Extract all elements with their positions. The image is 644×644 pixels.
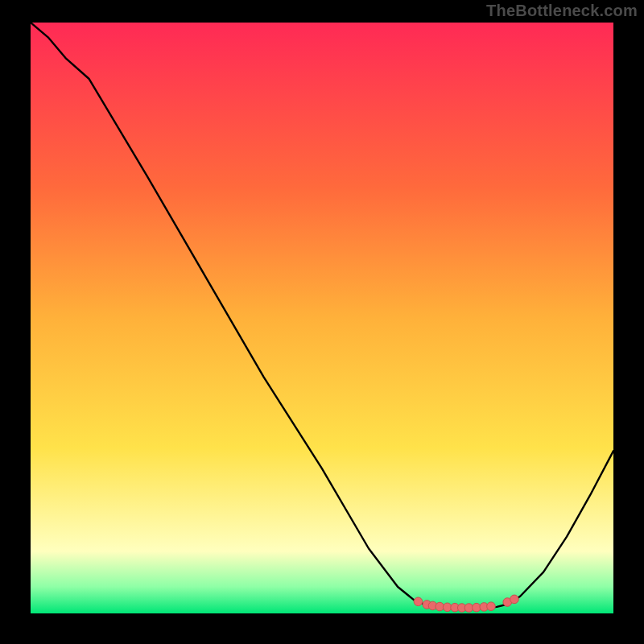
bottleneck-chart bbox=[31, 23, 613, 613]
optimal-marker bbox=[510, 595, 519, 604]
plot-area bbox=[31, 23, 613, 613]
watermark-text: TheBottleneck.com bbox=[486, 2, 638, 20]
optimal-marker bbox=[414, 597, 423, 606]
optimal-marker bbox=[487, 602, 496, 611]
gradient-background bbox=[31, 23, 613, 613]
chart-frame: TheBottleneck.com bbox=[0, 0, 644, 644]
